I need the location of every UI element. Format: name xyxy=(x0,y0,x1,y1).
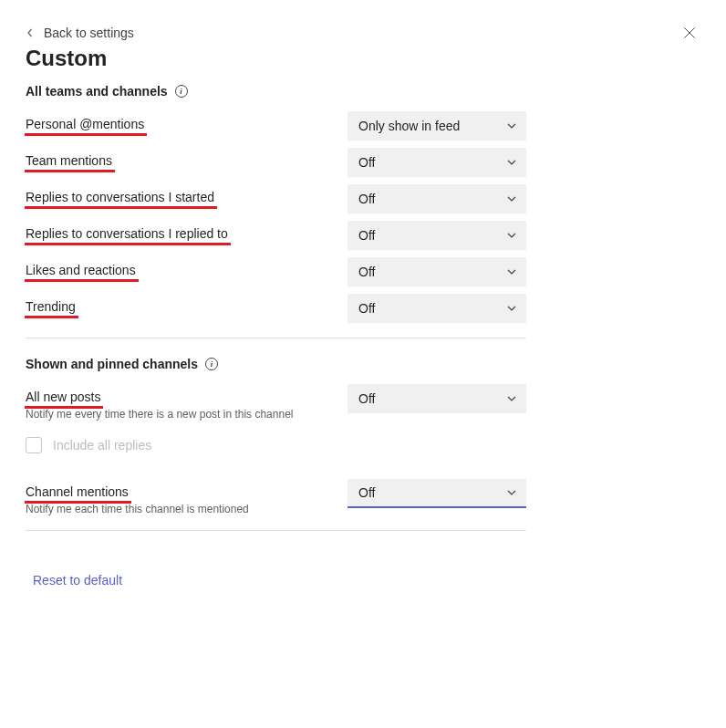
select-replies-started[interactable]: Off xyxy=(347,184,526,213)
label-likes-reactions: Likes and reactions xyxy=(26,263,136,277)
select-personal-mentions[interactable]: Only show in feed xyxy=(347,111,526,140)
select-replies-replied[interactable]: Off xyxy=(347,221,526,250)
label-include-replies: Include all replies xyxy=(53,438,151,452)
chevron-down-icon xyxy=(506,266,517,277)
section-pinned-header: Shown and pinned channels i xyxy=(26,357,700,371)
sub-channel-mentions: Notify me each time this channel is ment… xyxy=(26,503,347,515)
section-divider xyxy=(26,338,526,338)
row-all-new-posts: All new posts Notify me every time there… xyxy=(26,384,526,421)
info-icon[interactable]: i xyxy=(175,85,188,98)
label-personal-mentions: Personal @mentions xyxy=(26,117,144,131)
chevron-left-icon xyxy=(26,28,35,37)
row-replies-replied: Replies to conversations I replied to Of… xyxy=(26,221,526,250)
select-value: Off xyxy=(358,485,375,500)
select-value: Off xyxy=(358,265,375,279)
page-title: Custom xyxy=(26,46,700,71)
section-pinned-title: Shown and pinned channels xyxy=(26,357,198,371)
reset-to-default-link[interactable]: Reset to default xyxy=(33,573,122,588)
select-value: Off xyxy=(358,301,375,316)
back-to-settings-link[interactable]: Back to settings xyxy=(26,26,700,40)
select-likes-reactions[interactable]: Off xyxy=(347,257,526,286)
select-value: Only show in feed xyxy=(358,119,460,133)
info-icon[interactable]: i xyxy=(205,358,218,370)
section-all-teams-header: All teams and channels i xyxy=(26,84,700,99)
checkbox-include-replies[interactable] xyxy=(26,437,42,453)
select-value: Off xyxy=(358,155,375,170)
select-all-new-posts[interactable]: Off xyxy=(347,384,526,413)
sub-all-new-posts: Notify me every time there is a new post… xyxy=(26,408,347,421)
chevron-down-icon xyxy=(506,393,517,404)
label-trending: Trending xyxy=(26,299,76,314)
select-team-mentions[interactable]: Off xyxy=(347,148,526,177)
back-link-label: Back to settings xyxy=(44,26,134,40)
select-trending[interactable]: Off xyxy=(347,294,526,323)
label-team-mentions: Team mentions xyxy=(26,153,112,168)
label-replies-started: Replies to conversations I started xyxy=(26,190,214,204)
row-channel-mentions: Channel mentions Notify me each time thi… xyxy=(26,479,526,515)
label-replies-replied: Replies to conversations I replied to xyxy=(26,226,228,241)
select-value: Off xyxy=(358,228,375,243)
close-button[interactable] xyxy=(682,26,700,44)
row-replies-started: Replies to conversations I started Off xyxy=(26,184,526,213)
section-divider xyxy=(26,530,526,531)
select-value: Off xyxy=(358,391,375,406)
select-value: Off xyxy=(358,192,375,206)
row-personal-mentions: Personal @mentions Only show in feed xyxy=(26,111,526,140)
row-team-mentions: Team mentions Off xyxy=(26,148,526,177)
select-channel-mentions[interactable]: Off xyxy=(347,479,526,508)
row-likes-reactions: Likes and reactions Off xyxy=(26,257,526,286)
section-all-teams-title: All teams and channels xyxy=(26,84,168,99)
chevron-down-icon xyxy=(506,157,517,168)
chevron-down-icon xyxy=(506,487,517,498)
chevron-down-icon xyxy=(506,193,517,204)
chevron-down-icon xyxy=(506,120,517,131)
row-trending: Trending Off xyxy=(26,294,526,323)
chevron-down-icon xyxy=(506,230,517,241)
row-include-replies: Include all replies xyxy=(26,437,526,453)
label-channel-mentions: Channel mentions xyxy=(26,484,129,499)
chevron-down-icon xyxy=(506,303,517,314)
label-all-new-posts: All new posts xyxy=(26,390,100,404)
